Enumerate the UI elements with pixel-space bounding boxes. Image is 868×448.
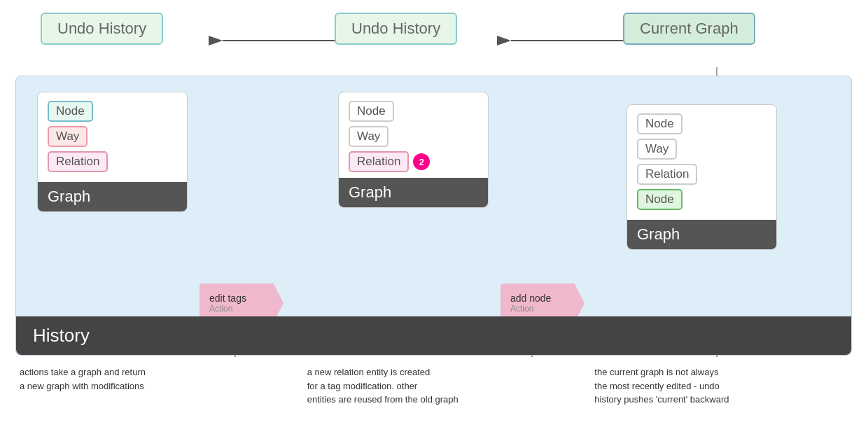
relation-badge-3: Relation bbox=[637, 164, 697, 185]
graph-card-2: Node Way Relation 2 Graph bbox=[338, 92, 489, 208]
current-graph-label: Current Graph bbox=[623, 13, 755, 45]
annotation-1: actions take a graph and returna new gra… bbox=[0, 365, 293, 407]
annotation-3: the current graph is not alwaysthe most … bbox=[580, 365, 868, 407]
action-2-label: add node bbox=[510, 293, 575, 304]
action-2-sublabel: Action bbox=[510, 304, 575, 314]
way-badge-2: Way bbox=[349, 126, 388, 147]
graph-card-3: Node Way Relation Node Graph bbox=[626, 104, 777, 250]
history-area: Node Way Relation Graph edit tags Action… bbox=[15, 76, 852, 356]
relation-badge-1: Relation bbox=[48, 151, 108, 172]
annotations: actions take a graph and returna new gra… bbox=[0, 365, 868, 407]
undo-history-label-2: Undo History bbox=[335, 13, 457, 45]
way-badge-3: Way bbox=[637, 139, 677, 160]
way-badge-1: Way bbox=[48, 126, 88, 147]
node-badge-3: Node bbox=[637, 113, 682, 134]
graph-footer-1: Graph bbox=[38, 182, 187, 211]
node-green-badge-3: Node bbox=[637, 189, 682, 210]
graph-footer-3: Graph bbox=[627, 220, 776, 249]
graph-card-1: Node Way Relation Graph bbox=[37, 92, 188, 212]
relation-count: 2 bbox=[413, 153, 430, 170]
history-footer: History bbox=[16, 316, 851, 355]
graph-footer-2: Graph bbox=[339, 178, 488, 207]
undo-history-label-1: Undo History bbox=[41, 13, 163, 45]
node-badge-2: Node bbox=[349, 101, 394, 122]
action-1-sublabel: Action bbox=[209, 304, 274, 314]
annotation-2: a new relation entity is createdfor a ta… bbox=[293, 365, 581, 407]
node-badge-1: Node bbox=[48, 101, 93, 122]
action-1-label: edit tags bbox=[209, 293, 274, 304]
relation-badge-2: Relation bbox=[349, 151, 409, 172]
